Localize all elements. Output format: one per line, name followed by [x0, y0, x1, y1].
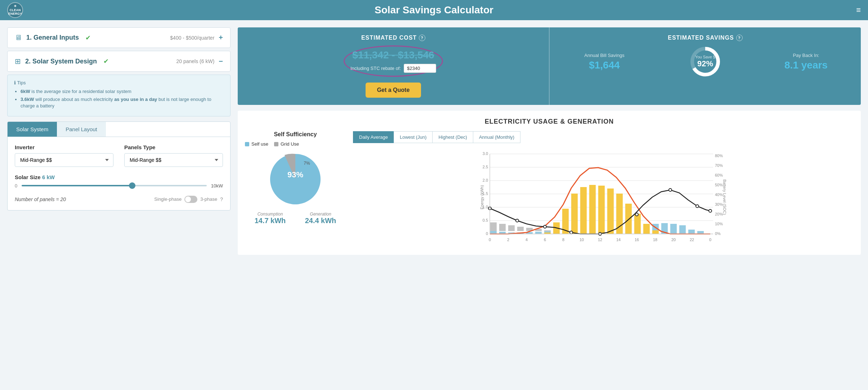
pie-legend: Self use Grid Use — [245, 141, 346, 147]
payback-value: 8.1 years — [760, 59, 852, 71]
svg-rect-82 — [517, 227, 524, 231]
tab-header: Solar System Panel Layout — [8, 122, 230, 137]
svg-text:4: 4 — [525, 238, 528, 242]
tip-item-2: 3.6kW will produce about as much electri… — [21, 96, 224, 109]
slider-max-label: 10kW — [211, 183, 223, 189]
annual-bill-value: $1,644 — [558, 59, 650, 71]
panels-row: Number of panels = 20 Single-phase 3-pha… — [15, 196, 223, 203]
tip-item-1: 6kW is the average size for a residentia… — [21, 88, 224, 95]
section1-toggle[interactable]: + — [219, 34, 223, 42]
svg-point-93 — [696, 205, 699, 208]
logo-text: ☀CLEANENERGY — [8, 4, 22, 16]
panels-count-label: Number of panels = 20 — [15, 196, 66, 202]
chart-tab-lowest-jun[interactable]: Lowest (Jun) — [394, 131, 432, 143]
svg-text:2.5: 2.5 — [483, 165, 488, 169]
section2-accordion[interactable]: ⊞ 2. Solar System Design ✔ 20 panels (6 … — [7, 51, 231, 72]
self-sufficiency-panel: Self Sufficiency Self use Grid Use — [245, 131, 346, 248]
stc-row: Including STC rebate of: — [350, 64, 436, 73]
svg-text:80%: 80% — [715, 154, 723, 158]
estimated-savings-header: ESTIMATED SAVINGS ? — [668, 35, 743, 41]
phase-toggle-group: Single-phase 3-phase ? — [154, 196, 223, 203]
phase-toggle-switch[interactable] — [184, 196, 197, 203]
estimated-cost-help-icon[interactable]: ? — [419, 35, 425, 41]
annual-bill-col: Annual Bill Savings $1,644 — [558, 53, 650, 71]
tips-list: 6kW is the average size for a residentia… — [14, 88, 224, 110]
solar-size-slider[interactable] — [22, 185, 207, 186]
pie-chart-wrap: 93% 7% — [245, 150, 346, 208]
savings-content: Annual Bill Savings $1,644 You Save $ 92… — [558, 45, 852, 78]
chart-section: Daily Average Lowest (Jun) Highest (Dec)… — [353, 131, 854, 248]
svg-rect-47 — [535, 232, 542, 234]
section1-meta: $400 - $500/quarter — [170, 35, 214, 41]
panels-type-label: Panels Type — [124, 144, 223, 150]
section2-left: ⊞ 2. Solar System Design ✔ — [15, 57, 109, 66]
stc-label: Including STC rebate of: — [350, 66, 401, 71]
svg-text:30%: 30% — [715, 202, 723, 207]
svg-rect-85 — [544, 230, 551, 231]
legend-grid-use: Grid Use — [274, 141, 299, 147]
phase-help-icon[interactable]: ? — [220, 196, 223, 202]
you-save-col: You Save $ 92% — [659, 45, 751, 78]
svg-text:6: 6 — [544, 238, 546, 242]
svg-rect-64 — [688, 230, 695, 234]
panels-type-group: Panels Type Budget $ Mid-Range $$ Premiu… — [124, 144, 223, 167]
svg-text:2.0: 2.0 — [483, 178, 488, 182]
legend-self-use-dot — [245, 142, 249, 146]
legend-grid-use-label: Grid Use — [281, 141, 299, 147]
svg-rect-80 — [499, 224, 506, 231]
tab-panel-layout[interactable]: Panel Layout — [57, 122, 106, 137]
chart-tab-highest-dec[interactable]: Highest (Dec) — [432, 131, 473, 143]
svg-point-89 — [570, 231, 573, 234]
svg-text:10%: 10% — [715, 222, 723, 226]
stats-row: Consumption 14.7 kWh Generation 24.4 kWh — [245, 212, 346, 225]
estimated-savings-help-icon[interactable]: ? — [736, 35, 743, 41]
panels-type-select[interactable]: Budget $ Mid-Range $$ Premium $$$ — [124, 153, 223, 167]
svg-point-88 — [543, 225, 546, 228]
general-inputs-icon: 🖥 — [15, 34, 22, 42]
section1-accordion[interactable]: 🖥 1. General Inputs ✔ $400 - $500/quarte… — [7, 27, 231, 48]
svg-text:40%: 40% — [715, 192, 723, 197]
svg-text:10: 10 — [580, 238, 584, 242]
tab-solar-system[interactable]: Solar System — [8, 122, 57, 137]
three-phase-label: 3-phase — [200, 196, 217, 202]
inverter-select[interactable]: Budget $ Mid-Range $$ Premium $$$ — [15, 153, 113, 167]
svg-text:0: 0 — [486, 231, 488, 236]
slider-row: 0 10kW — [15, 183, 223, 189]
solar-size-section: Solar Size 6 kW 0 10kW — [15, 174, 223, 189]
page-header: ☀CLEANENERGY Solar Savings Calculator ≡ — [0, 0, 868, 20]
svg-text:18: 18 — [653, 238, 657, 242]
section1-right: $400 - $500/quarter + — [170, 34, 223, 42]
legend-self-use: Self use — [245, 141, 268, 147]
estimates-row: ESTIMATED COST ? $11,342 - $13,546 Inclu… — [238, 27, 861, 105]
annual-bill-label: Annual Bill Savings — [558, 53, 650, 58]
payback-label: Pay Back In: — [760, 53, 852, 58]
svg-text:7%: 7% — [304, 161, 310, 166]
svg-rect-62 — [670, 224, 677, 234]
inverter-group: Inverter Budget $ Mid-Range $$ Premium $… — [15, 144, 113, 167]
estimated-cost-header: ESTIMATED COST ? — [361, 35, 425, 41]
self-suff-title: Self Sufficiency — [245, 131, 346, 138]
consumption-value: 14.7 kWh — [255, 217, 286, 225]
consumption-label: Consumption — [255, 212, 286, 217]
form-row-inverter-panels: Inverter Budget $ Mid-Range $$ Premium $… — [15, 144, 223, 167]
svg-text:93%: 93% — [287, 170, 303, 179]
svg-point-94 — [709, 209, 712, 212]
estimated-savings-box: ESTIMATED SAVINGS ? Annual Bill Savings … — [549, 27, 861, 105]
single-phase-label: Single-phase — [154, 196, 182, 202]
you-save-percent: 92% — [695, 59, 715, 68]
section1-title: 1. General Inputs — [26, 34, 79, 41]
pie-chart: 93% 7% — [267, 150, 324, 208]
section2-check: ✔ — [103, 57, 109, 65]
page-title: Solar Savings Calculator — [375, 4, 493, 16]
section2-toggle[interactable]: − — [219, 57, 223, 66]
menu-icon[interactable]: ≡ — [856, 5, 861, 15]
chart-tab-annual-monthly[interactable]: Annual (Monthly) — [473, 131, 520, 143]
stc-input[interactable] — [404, 64, 436, 73]
get-quote-button[interactable]: Get a Quote — [366, 83, 421, 98]
you-save-label: You Save $ — [695, 55, 715, 59]
main-layout: 🖥 1. General Inputs ✔ $400 - $500/quarte… — [0, 20, 868, 262]
svg-text:0: 0 — [709, 238, 711, 242]
section2-right: 20 panels (6 kW) − — [176, 57, 223, 66]
chart-tab-daily-average[interactable]: Daily Average — [353, 131, 394, 143]
svg-text:16: 16 — [635, 238, 639, 242]
